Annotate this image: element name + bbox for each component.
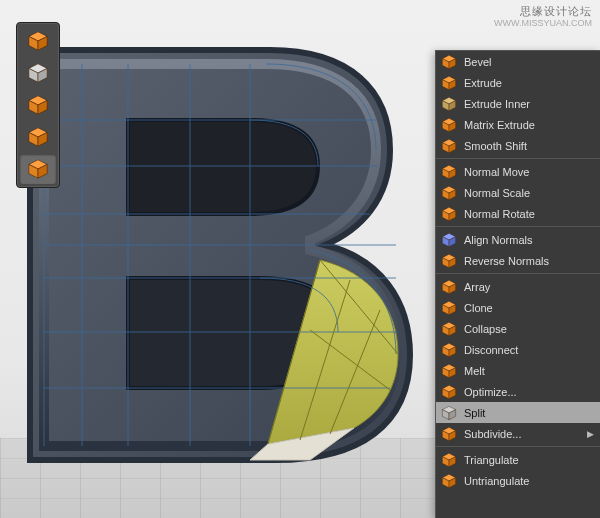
align-normals-icon	[440, 232, 458, 248]
menu-item-label: Normal Move	[464, 166, 594, 178]
untriangulate-icon	[440, 473, 458, 489]
menu-separator	[436, 226, 600, 227]
watermark: 思缘设计论坛 WWW.MISSYUAN.COM	[494, 4, 592, 30]
menu-item-label: Extrude Inner	[464, 98, 594, 110]
menu-item-label: Untriangulate	[464, 475, 594, 487]
cube-shaded-icon[interactable]	[20, 26, 56, 56]
menu-item-label: Extrude	[464, 77, 594, 89]
menu-item-melt[interactable]: Melt	[436, 360, 600, 381]
menu-separator	[436, 158, 600, 159]
menu-item-reverse-normals[interactable]: Reverse Normals	[436, 250, 600, 271]
menu-item-label: Reverse Normals	[464, 255, 594, 267]
menu-item-label: Triangulate	[464, 454, 594, 466]
menu-item-label: Subdivide...	[464, 428, 581, 440]
menu-item-collapse[interactable]: Collapse	[436, 318, 600, 339]
menu-item-array[interactable]: Array	[436, 276, 600, 297]
menu-item-optimize[interactable]: Optimize...	[436, 381, 600, 402]
normal-rotate-icon	[440, 206, 458, 222]
matrix-extrude-icon	[440, 117, 458, 133]
extrude-inner-icon	[440, 96, 458, 112]
menu-item-align-normals[interactable]: Align Normals	[436, 229, 600, 250]
reverse-normals-icon	[440, 253, 458, 269]
menu-item-bevel[interactable]: Bevel	[436, 51, 600, 72]
menu-item-subdivide[interactable]: Subdivide...▶	[436, 423, 600, 444]
menu-item-normal-move[interactable]: Normal Move	[436, 161, 600, 182]
triangulate-icon	[440, 452, 458, 468]
menu-item-label: Array	[464, 281, 594, 293]
vertex-mode-icon[interactable]	[20, 90, 56, 120]
menu-item-label: Align Normals	[464, 234, 594, 246]
edge-mode-icon[interactable]	[20, 122, 56, 152]
menu-item-label: Optimize...	[464, 386, 594, 398]
menu-item-matrix-extrude[interactable]: Matrix Extrude	[436, 114, 600, 135]
model-letter-b[interactable]	[10, 30, 430, 470]
submenu-arrow-icon: ▶	[587, 429, 594, 439]
tool-palette	[16, 22, 60, 188]
watermark-url: WWW.MISSYUAN.COM	[494, 18, 592, 30]
menu-item-label: Melt	[464, 365, 594, 377]
menu-item-split[interactable]: Split	[436, 402, 600, 423]
menu-item-clone[interactable]: Clone	[436, 297, 600, 318]
menu-separator	[436, 273, 600, 274]
watermark-text: 思缘设计论坛	[494, 4, 592, 18]
menu-item-disconnect[interactable]: Disconnect	[436, 339, 600, 360]
normal-move-icon	[440, 164, 458, 180]
menu-item-label: Split	[464, 407, 594, 419]
subdivide-icon	[440, 426, 458, 442]
menu-item-normal-rotate[interactable]: Normal Rotate	[436, 203, 600, 224]
collapse-icon	[440, 321, 458, 337]
normal-scale-icon	[440, 185, 458, 201]
menu-item-extrude-inner[interactable]: Extrude Inner	[436, 93, 600, 114]
menu-item-smooth-shift[interactable]: Smooth Shift	[436, 135, 600, 156]
menu-item-normal-scale[interactable]: Normal Scale	[436, 182, 600, 203]
menu-item-label: Normal Scale	[464, 187, 594, 199]
menu-item-untriangulate[interactable]: Untriangulate	[436, 470, 600, 491]
menu-item-triangulate[interactable]: Triangulate	[436, 449, 600, 470]
bevel-icon	[440, 54, 458, 70]
face-mode-icon[interactable]	[20, 154, 56, 184]
disconnect-icon	[440, 342, 458, 358]
extrude-icon	[440, 75, 458, 91]
menu-separator	[436, 446, 600, 447]
counter-top	[128, 120, 318, 214]
array-icon	[440, 279, 458, 295]
smooth-shift-icon	[440, 138, 458, 154]
viewport-3d[interactable]: 思缘设计论坛 WWW.MISSYUAN.COM	[0, 0, 600, 518]
menu-item-label: Matrix Extrude	[464, 119, 594, 131]
melt-icon	[440, 363, 458, 379]
menu-item-label: Clone	[464, 302, 594, 314]
cube-material-icon[interactable]	[20, 58, 56, 88]
menu-item-extrude[interactable]: Extrude	[436, 72, 600, 93]
context-menu: Bevel Extrude Extrude Inner Matrix Extru…	[435, 50, 600, 518]
optimize-icon	[440, 384, 458, 400]
menu-item-label: Collapse	[464, 323, 594, 335]
menu-item-label: Disconnect	[464, 344, 594, 356]
menu-item-label: Smooth Shift	[464, 140, 594, 152]
menu-item-label: Normal Rotate	[464, 208, 594, 220]
clone-icon	[440, 300, 458, 316]
menu-item-label: Bevel	[464, 56, 594, 68]
split-icon	[440, 405, 458, 421]
